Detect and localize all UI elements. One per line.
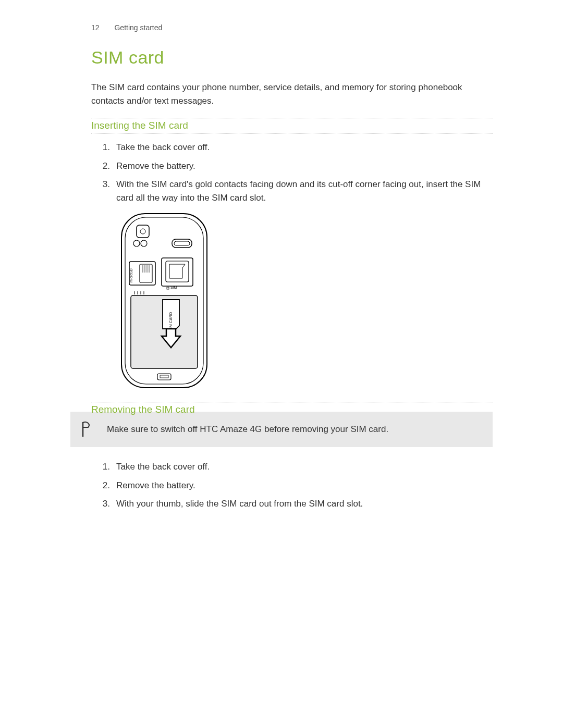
step-number: 2. xyxy=(102,159,110,173)
list-item: 2.Remove the battery. xyxy=(102,159,493,173)
page-number: 12 xyxy=(91,23,100,32)
note-box: Make sure to switch off HTC Amaze 4G bef… xyxy=(70,412,493,447)
step-text: Remove the battery. xyxy=(116,479,195,492)
inserting-section: Inserting the SIM card 1.Take the back c… xyxy=(91,118,493,391)
step-number: 3. xyxy=(102,178,110,204)
step-number: 2. xyxy=(102,479,110,492)
list-item: 3.With your thumb, slide the SIM card ou… xyxy=(102,497,493,511)
section-name: Getting started xyxy=(114,23,162,32)
step-text: Take the back cover off. xyxy=(116,141,210,154)
step-text: With the SIM card's gold contacts facing… xyxy=(116,178,493,204)
flag-icon xyxy=(81,421,92,438)
page-header: 12 Getting started xyxy=(91,23,493,32)
step-text: With your thumb, slide the SIM card out … xyxy=(116,497,363,511)
intro-paragraph: The SIM card contains your phone number,… xyxy=(91,81,493,107)
phone-diagram: microSD SIM SIM CARD xyxy=(120,212,493,391)
page-title: SIM card xyxy=(91,47,493,68)
list-item: 1.Take the back cover off. xyxy=(102,141,493,154)
divider xyxy=(91,133,493,133)
step-text: Take the back cover off. xyxy=(116,460,210,474)
list-item: 2.Remove the battery. xyxy=(102,479,493,492)
step-number: 3. xyxy=(102,497,110,511)
step-text: Remove the battery. xyxy=(116,159,195,173)
inserting-steps: 1.Take the back cover off. 2.Remove the … xyxy=(91,141,493,204)
removing-steps: 1.Take the back cover off. 2.Remove the … xyxy=(91,460,493,511)
step-number: 1. xyxy=(102,141,110,154)
removing-section: Removing the SIM card Make sure to switc… xyxy=(91,402,493,511)
step-number: 1. xyxy=(102,460,110,474)
microsd-label: microSD xyxy=(129,268,133,282)
sim-slot-label: SIM xyxy=(170,286,177,289)
sim-card-label: SIM CARD xyxy=(168,312,173,331)
list-item: 3.With the SIM card's gold contacts faci… xyxy=(102,178,493,204)
inserting-heading: Inserting the SIM card xyxy=(91,118,493,133)
note-text: Make sure to switch off HTC Amaze 4G bef… xyxy=(107,424,388,435)
list-item: 1.Take the back cover off. xyxy=(102,460,493,474)
